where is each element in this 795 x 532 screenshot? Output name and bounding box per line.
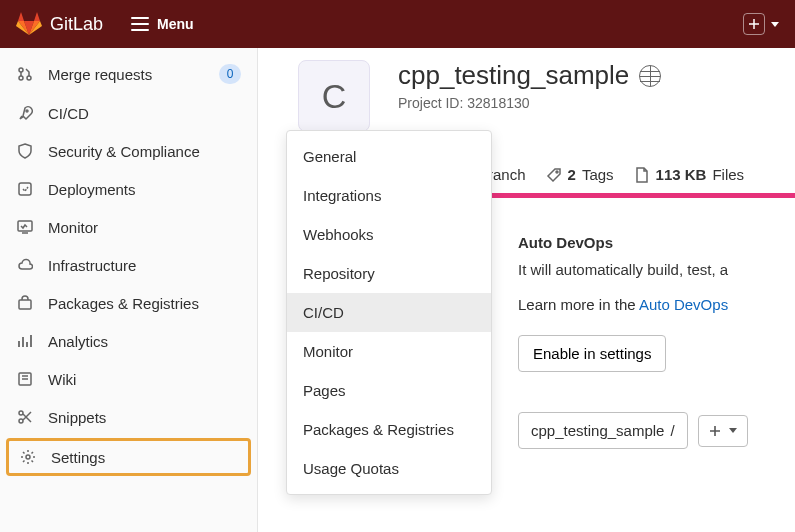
sidebar-item-deployments[interactable]: Deployments <box>0 170 257 208</box>
project-id: Project ID: 32818130 <box>398 95 661 111</box>
package-icon <box>16 294 34 312</box>
chart-icon <box>16 332 34 350</box>
sidebar-item-analytics[interactable]: Analytics <box>0 322 257 360</box>
flyout-item-general[interactable]: General <box>287 137 491 176</box>
svg-point-2 <box>27 76 31 80</box>
settings-flyout-menu: General Integrations Webhooks Repository… <box>286 130 492 495</box>
sidebar-item-label: Deployments <box>48 181 241 198</box>
flyout-item-webhooks[interactable]: Webhooks <box>287 215 491 254</box>
svg-point-11 <box>556 171 558 173</box>
svg-point-8 <box>19 411 23 415</box>
sidebar-item-label: Infrastructure <box>48 257 241 274</box>
flyout-item-cicd[interactable]: CI/CD <box>287 293 491 332</box>
breadcrumb-dropdown[interactable]: cpp_testing_sample / <box>518 412 688 449</box>
menu-label: Menu <box>157 16 194 32</box>
gear-icon <box>19 448 37 466</box>
stat-files[interactable]: 113 KB Files <box>634 166 745 183</box>
sidebar: Merge requests 0 CI/CD Security & Compli… <box>0 48 258 532</box>
plus-icon <box>709 425 721 437</box>
avatar-letter: C <box>322 77 347 116</box>
cloud-icon <box>16 256 34 274</box>
svg-point-10 <box>26 455 30 459</box>
stat-tags[interactable]: 2 Tags <box>546 166 614 183</box>
devops-text: It will automatically build, test, a <box>518 261 795 278</box>
new-button[interactable] <box>743 13 765 35</box>
shield-icon <box>16 142 34 160</box>
sidebar-item-label: Settings <box>51 449 238 466</box>
svg-point-1 <box>19 76 23 80</box>
flyout-item-integrations[interactable]: Integrations <box>287 176 491 215</box>
files-size: 113 KB <box>656 166 707 183</box>
sidebar-item-label: CI/CD <box>48 105 241 122</box>
merge-request-icon <box>16 65 34 83</box>
svg-point-0 <box>19 68 23 72</box>
svg-point-9 <box>19 419 23 423</box>
sidebar-item-merge-requests[interactable]: Merge requests 0 <box>0 54 257 94</box>
sidebar-item-label: Packages & Registries <box>48 295 241 312</box>
sidebar-item-label: Monitor <box>48 219 241 236</box>
svg-point-3 <box>26 110 28 112</box>
deployments-icon <box>16 180 34 198</box>
chevron-down-icon[interactable] <box>771 22 779 27</box>
progress-bar <box>478 193 795 198</box>
sidebar-item-label: Analytics <box>48 333 241 350</box>
tags-count: 2 <box>568 166 576 183</box>
sidebar-item-label: Snippets <box>48 409 241 426</box>
crumb-label: cpp_testing_sample <box>531 422 664 439</box>
sidebar-item-security[interactable]: Security & Compliance <box>0 132 257 170</box>
project-title: cpp_testing_sample <box>398 60 629 91</box>
file-icon <box>634 167 650 183</box>
learn-prefix: Learn more in the <box>518 296 639 313</box>
flyout-item-pages[interactable]: Pages <box>287 371 491 410</box>
flyout-item-repository[interactable]: Repository <box>287 254 491 293</box>
tag-icon <box>546 167 562 183</box>
book-icon <box>16 370 34 388</box>
scissors-icon <box>16 408 34 426</box>
merge-request-badge: 0 <box>219 64 241 84</box>
project-avatar[interactable]: C <box>298 60 370 132</box>
flyout-item-usage-quotas[interactable]: Usage Quotas <box>287 449 491 488</box>
gitlab-logo-icon <box>16 12 42 36</box>
top-navbar: GitLab Menu <box>0 0 795 48</box>
chevron-down-icon <box>729 428 737 433</box>
sidebar-item-monitor[interactable]: Monitor <box>0 208 257 246</box>
flyout-item-packages[interactable]: Packages & Registries <box>287 410 491 449</box>
tags-label: Tags <box>582 166 614 183</box>
brand-text: GitLab <box>50 14 103 35</box>
topbar-actions <box>743 13 779 35</box>
sidebar-item-packages[interactable]: Packages & Registries <box>0 284 257 322</box>
sidebar-item-settings[interactable]: Settings <box>6 438 251 476</box>
sidebar-item-cicd[interactable]: CI/CD <box>0 94 257 132</box>
brand-wrap[interactable]: GitLab <box>16 12 103 36</box>
devops-learn: Learn more in the Auto DevOps <box>518 296 795 313</box>
menu-button[interactable]: Menu <box>131 16 194 32</box>
hamburger-icon <box>131 17 149 31</box>
sidebar-item-infrastructure[interactable]: Infrastructure <box>0 246 257 284</box>
svg-rect-4 <box>19 183 31 195</box>
devops-title: Auto DevOps <box>518 234 795 251</box>
add-dropdown-button[interactable] <box>698 415 748 447</box>
files-label: Files <box>712 166 744 183</box>
sidebar-item-snippets[interactable]: Snippets <box>0 398 257 436</box>
enable-settings-button[interactable]: Enable in settings <box>518 335 666 372</box>
plus-icon <box>748 18 760 30</box>
devops-learn-link[interactable]: Auto DevOps <box>639 296 728 313</box>
crumb-sep: / <box>670 422 674 439</box>
monitor-icon <box>16 218 34 236</box>
sidebar-item-label: Merge requests <box>48 66 205 83</box>
svg-rect-6 <box>19 300 31 309</box>
rocket-icon <box>16 104 34 122</box>
sidebar-item-wiki[interactable]: Wiki <box>0 360 257 398</box>
sidebar-item-label: Wiki <box>48 371 241 388</box>
flyout-item-monitor[interactable]: Monitor <box>287 332 491 371</box>
globe-icon[interactable] <box>639 65 661 87</box>
sidebar-item-label: Security & Compliance <box>48 143 241 160</box>
